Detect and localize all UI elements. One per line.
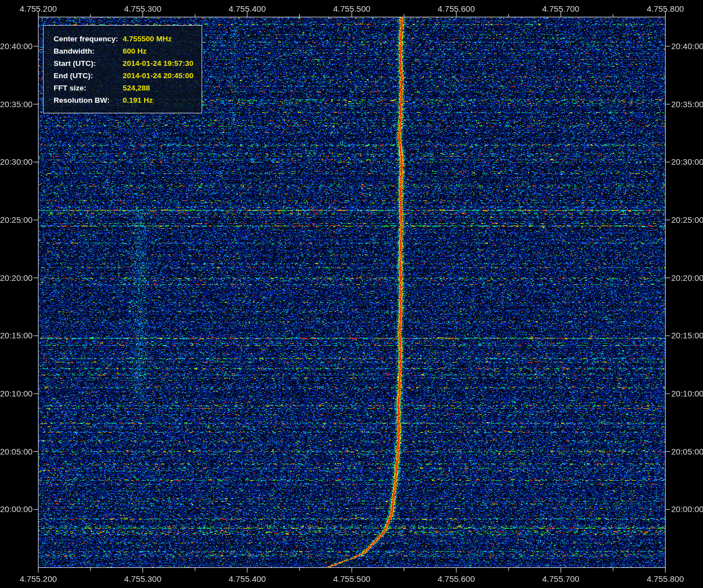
freq-tick-label-top: 4.755.600 [438,4,475,13]
time-tick-label-left: 20:10:00 [0,389,32,398]
spectrogram-view: 4.755.200 4.755.300 4.755.400 4.755.500 … [0,0,703,588]
freq-tick-label-bottom: 4.755.700 [542,575,580,583]
info-label: Bandwidth: [54,45,121,58]
info-row: End (UTC): 2014-01-24 20:45:00 [54,70,202,82]
time-tick-label-left: 20:25:00 [0,216,32,224]
time-tick-label-right: 20:25:00 [671,216,703,224]
info-value: 2014-01-24 19:57:30 [123,59,194,68]
freq-tick-label-top: 4.755.300 [124,4,161,13]
time-tick-label-right: 20:00:00 [671,505,703,514]
info-value: 0.191 Hz [123,96,153,104]
freq-tick-label-top: 4.755.200 [20,4,57,13]
freq-tick-label-bottom: 4.755.600 [438,575,475,583]
time-tick-label-left: 20:20:00 [0,274,32,283]
time-tick-label-left: 20:35:00 [0,100,32,109]
freq-tick-label-top: 4.755.400 [228,4,266,13]
freq-tick-label-top: 4.755.700 [542,4,580,13]
time-tick-label-right: 20:15:00 [671,331,703,340]
info-label: Start (UTC): [54,58,121,70]
freq-tick-label-bottom: 4.755.400 [228,575,266,583]
info-label: FFT size: [54,82,121,94]
time-tick-label-right: 20:05:00 [671,447,703,456]
time-tick-label-right: 20:40:00 [671,42,703,51]
info-label: End (UTC): [54,70,121,82]
info-row: Center frequency: 4.755500 MHz [54,33,202,45]
time-tick-label-left: 20:30:00 [0,157,32,166]
time-tick-label-right: 20:35:00 [671,100,703,109]
freq-tick-label-top: 4.755.500 [333,4,371,13]
time-tick-label-right: 20:30:00 [671,157,703,166]
info-row: FFT size: 524,288 [54,82,202,94]
time-tick-label-left: 20:00:00 [0,505,32,514]
info-value: 4.755500 MHz [123,35,172,43]
time-tick-label-left: 20:15:00 [0,331,32,340]
freq-tick-label-top: 4.755.800 [647,4,684,13]
info-box: Center frequency: 4.755500 MHz Bandwidth… [43,25,202,113]
time-tick-label-left: 20:05:00 [0,447,32,456]
info-label: Resolution BW: [54,94,121,107]
info-value: 2014-01-24 20:45:00 [123,71,194,80]
freq-tick-label-bottom: 4.755.800 [647,575,684,583]
freq-tick-label-bottom: 4.755.300 [124,575,161,583]
time-tick-label-left: 20:40:00 [0,42,32,51]
info-row: Start (UTC): 2014-01-24 19:57:30 [54,58,202,70]
info-value: 524,288 [123,84,150,92]
info-row: Bandwidth: 600 Hz [54,45,202,58]
freq-tick-label-bottom: 4.755.200 [20,575,57,583]
freq-tick-label-bottom: 4.755.500 [333,575,371,583]
info-row: Resolution BW: 0.191 Hz [54,94,202,107]
info-value: 600 Hz [123,47,147,55]
time-tick-label-right: 20:10:00 [671,389,703,398]
info-label: Center frequency: [54,33,121,45]
time-tick-label-right: 20:20:00 [671,274,703,283]
